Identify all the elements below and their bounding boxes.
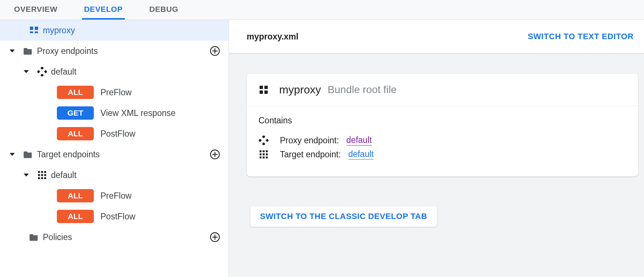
tree-item-label: Target endpoints	[37, 150, 100, 160]
proxy-endpoint-label: Proxy endpoint:	[280, 136, 339, 146]
tree-item-flow[interactable]: ALL PostFlow	[0, 123, 229, 144]
method-badge: ALL	[57, 86, 94, 99]
card-subtitle: Bundle root file	[328, 84, 397, 96]
card-header: myproxy Bundle root file	[247, 74, 638, 106]
target-endpoint-link[interactable]: default	[348, 149, 374, 160]
tree-item-label: myproxy	[43, 25, 75, 35]
filename: myproxy.xml	[247, 32, 298, 42]
tree-item-flow[interactable]: ALL PreFlow	[0, 185, 229, 206]
add-policy-button[interactable]	[209, 231, 221, 243]
proxy-endpoint-link[interactable]: default	[346, 135, 372, 146]
tree-item-label: PostFlow	[100, 212, 136, 222]
four-squares-icon	[258, 85, 269, 95]
tree-item-label: PreFlow	[100, 191, 131, 201]
tree-item-myproxy[interactable]: myproxy	[0, 20, 229, 41]
card-title: myproxy	[279, 83, 321, 96]
top-tabs: OVERVIEW DEVELOP DEBUG	[0, 0, 644, 20]
folder-icon	[23, 46, 33, 56]
contains-proxy-endpoint-row: Proxy endpoint: default	[258, 135, 626, 146]
tab-develop[interactable]: DEVELOP	[82, 0, 125, 20]
contains-label: Contains	[258, 116, 626, 126]
tree-item-flow[interactable]: ALL PostFlow	[0, 206, 229, 227]
card-body: Contains Proxy endpoint: default Target …	[247, 106, 638, 177]
tree-item-target-default[interactable]: default	[0, 165, 229, 185]
method-badge: ALL	[57, 189, 94, 202]
main-header: myproxy.xml SWITCH TO TEXT EDITOR	[229, 20, 644, 54]
chevron-down-icon	[21, 69, 31, 75]
add-proxy-endpoint-button[interactable]	[209, 45, 221, 57]
chevron-down-icon	[7, 48, 17, 54]
tree-item-label: default	[51, 170, 76, 180]
tree-item-policies[interactable]: Policies	[0, 227, 229, 247]
bundle-card: myproxy Bundle root file Contains Proxy …	[247, 74, 638, 177]
tree-item-target-endpoints[interactable]: Target endpoints	[0, 144, 229, 165]
tab-debug[interactable]: DEBUG	[147, 0, 181, 20]
proxy-icon	[29, 25, 39, 35]
tree-item-proxy-default[interactable]: default	[0, 61, 229, 82]
diamond-icon	[37, 66, 47, 77]
add-target-endpoint-button[interactable]	[209, 148, 221, 161]
main-body: myproxy Bundle root file Contains Proxy …	[229, 54, 644, 277]
tree-item-label: PostFlow	[100, 129, 136, 139]
method-badge: ALL	[57, 210, 94, 223]
diamond-icon	[258, 135, 269, 146]
target-endpoint-label: Target endpoint:	[280, 150, 341, 160]
tree-item-label: Proxy endpoints	[37, 46, 98, 56]
switch-to-classic-develop-button[interactable]: SWITCH TO THE CLASSIC DEVELOP TAB	[250, 206, 437, 227]
grid-icon	[258, 149, 269, 160]
tree-item-label: default	[51, 67, 76, 77]
method-badge: GET	[57, 106, 94, 120]
tree-item-label: PreFlow	[100, 88, 131, 98]
chevron-down-icon	[21, 172, 31, 178]
tab-overview[interactable]: OVERVIEW	[12, 0, 60, 20]
tree-item-proxy-endpoints[interactable]: Proxy endpoints	[0, 41, 229, 61]
tree-item-label: Policies	[43, 232, 72, 242]
switch-to-text-editor-button[interactable]: SWITCH TO TEXT EDITOR	[528, 32, 634, 41]
contains-target-endpoint-row: Target endpoint: default	[258, 149, 626, 160]
main-pane: myproxy.xml SWITCH TO TEXT EDITOR myprox…	[229, 20, 644, 277]
chevron-down-icon	[7, 151, 17, 157]
folder-icon	[23, 149, 33, 160]
sidebar: myproxy Proxy endpoints default ALL PreF…	[0, 20, 229, 277]
tree-item-flow[interactable]: ALL PreFlow	[0, 82, 229, 103]
method-badge: ALL	[57, 127, 94, 140]
grid-icon	[37, 170, 47, 180]
tree-item-flow[interactable]: GET View XML response	[0, 103, 229, 123]
tree-item-label: View XML response	[100, 108, 175, 118]
folder-icon	[29, 232, 39, 242]
